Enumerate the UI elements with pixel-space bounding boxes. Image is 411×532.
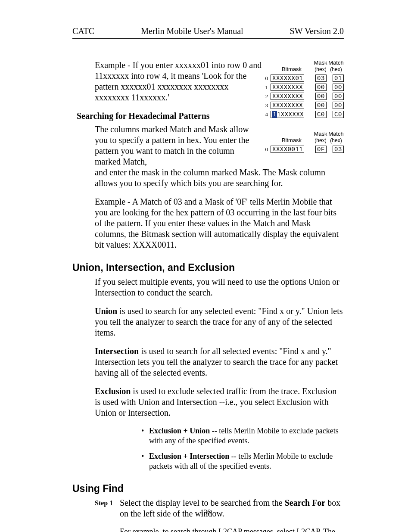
hex-paragraph-2: Example - A Match of 03 and a Mask of '0… bbox=[95, 196, 344, 250]
header-right: SW Version 2.0 bbox=[290, 26, 344, 37]
example-paragraph-1: Example - If you enter xxxxxx01 into row… bbox=[95, 60, 263, 103]
bitmask-row: 0XXXXXX010301 bbox=[262, 75, 344, 82]
header-center: Merlin Mobile User's Manual bbox=[141, 26, 243, 37]
mask-cell[interactable]: 00 bbox=[315, 84, 327, 91]
row-index: 0 bbox=[262, 75, 268, 82]
bitmask-figure-1: Bitmask Mask(hex) Match(hex) 0XXXXXX0103… bbox=[262, 59, 344, 118]
match-cell[interactable]: C0 bbox=[333, 111, 344, 118]
bitmask-cell[interactable]: 11XXXXXX bbox=[271, 111, 304, 118]
match-cell[interactable]: 00 bbox=[333, 84, 344, 91]
bitmask-row: 0XXXX00110F03 bbox=[262, 146, 344, 153]
intersection-paragraph: Intersection is used to search for all s… bbox=[95, 346, 344, 378]
page-number: 136 bbox=[0, 508, 411, 516]
match-cell[interactable]: 01 bbox=[333, 75, 344, 82]
header-left: CATC bbox=[72, 26, 94, 37]
row-index: 3 bbox=[262, 102, 268, 109]
union-intro: If you select multiple events, you will … bbox=[95, 277, 344, 298]
bitmask-figure-2: Bitmask Mask(hex) Match(hex) 0XXXX00110F… bbox=[262, 131, 344, 153]
exclusion-paragraph: Exclusion is used to exclude selected tr… bbox=[95, 386, 344, 418]
row-index: 2 bbox=[262, 93, 268, 100]
mask-cell[interactable]: 00 bbox=[315, 102, 327, 109]
match-cell[interactable]: 00 bbox=[333, 102, 344, 109]
mask-cell[interactable]: C0 bbox=[315, 111, 327, 118]
bitmask-row: 411XXXXXXC0C0 bbox=[262, 111, 344, 118]
exclusion-bullets: Exclusion + Union -- tells Merlin Mobile… bbox=[72, 426, 344, 472]
bullet-exclusion-intersection: Exclusion + Intersection -- tells Merlin… bbox=[141, 451, 344, 472]
figure1-mask-label: Mask(hex) bbox=[313, 59, 328, 73]
figure2-mask-label: Mask(hex) bbox=[313, 131, 328, 144]
bitmask-row: 1XXXXXXXX0000 bbox=[262, 84, 344, 91]
row-index: 4 bbox=[262, 111, 268, 118]
mask-cell[interactable]: 00 bbox=[315, 93, 327, 100]
row-index: 1 bbox=[262, 84, 268, 91]
figure2-bitmask-label: Bitmask bbox=[271, 137, 313, 144]
mask-cell[interactable]: 03 bbox=[315, 75, 327, 82]
page-header: CATC Merlin Mobile User's Manual SW Vers… bbox=[72, 26, 344, 39]
bitmask-row: 2XXXXXXXX0000 bbox=[262, 93, 344, 100]
match-cell[interactable]: 00 bbox=[333, 93, 344, 100]
bitmask-row: 3XXXXXXXX0000 bbox=[262, 102, 344, 109]
figure1-match-label: Match(hex) bbox=[328, 59, 344, 73]
figure1-bitmask-label: Bitmask bbox=[271, 66, 313, 73]
bitmask-cell[interactable]: XXXXXXXX bbox=[271, 93, 304, 100]
bitmask-cell[interactable]: XXXXXXXX bbox=[271, 84, 304, 91]
step-1-note: For example, to search through L2CAP mes… bbox=[120, 527, 344, 532]
heading-union: Union, Intersection, and Exclusion bbox=[72, 261, 344, 274]
mask-cell[interactable]: 0F bbox=[315, 146, 327, 153]
bitmask-cell[interactable]: XXXX0011 bbox=[271, 146, 304, 153]
heading-using-find: Using Find bbox=[72, 482, 344, 495]
bullet-exclusion-union: Exclusion + Union -- tells Merlin Mobile… bbox=[141, 426, 344, 446]
row-index: 0 bbox=[262, 146, 268, 153]
figure2-match-label: Match(hex) bbox=[328, 131, 344, 144]
match-cell[interactable]: 03 bbox=[333, 146, 344, 153]
bitmask-cell[interactable]: XXXXXX01 bbox=[271, 75, 304, 82]
bitmask-cell[interactable]: XXXXXXXX bbox=[271, 102, 304, 109]
union-paragraph: Union is used to search for any selected… bbox=[95, 306, 344, 338]
